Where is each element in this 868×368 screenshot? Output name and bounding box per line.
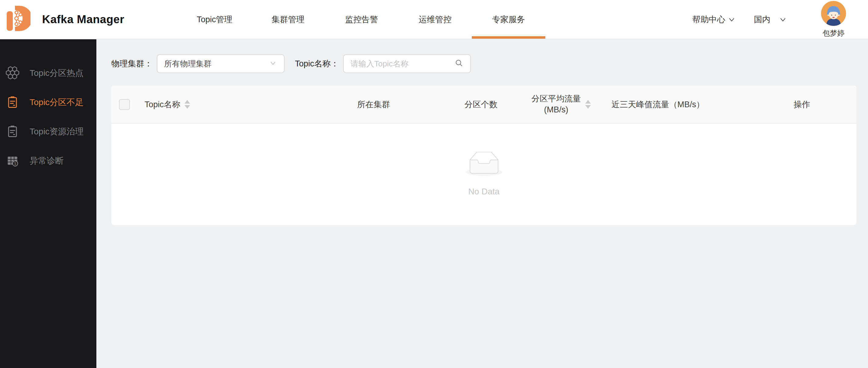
- column-header-actions: 操作: [747, 86, 857, 123]
- chevron-down-icon: [269, 59, 277, 69]
- clipboard-list-icon: [5, 125, 20, 139]
- region-dropdown[interactable]: 国内: [754, 14, 787, 25]
- nav-item-ops-control[interactable]: 运维管控: [398, 0, 472, 39]
- search-icon[interactable]: [455, 59, 464, 69]
- help-center-dropdown[interactable]: 帮助中心: [692, 14, 736, 25]
- sort-icon[interactable]: [185, 100, 190, 109]
- help-center-label: 帮助中心: [692, 14, 725, 25]
- sidebar-item-topic-partition-hotspot[interactable]: Topic分区热点: [0, 59, 96, 88]
- column-label: 所在集群: [357, 99, 390, 110]
- sidebar-item-label: Topic资源治理: [30, 126, 84, 137]
- physical-cluster-label: 物理集群：: [111, 58, 153, 69]
- svg-text:$: $: [14, 162, 16, 166]
- physical-cluster-select[interactable]: 所有物理集群: [157, 54, 284, 73]
- billing-grid-icon: $: [5, 154, 20, 168]
- table-header-checkbox-cell: [111, 86, 137, 123]
- topic-name-label: Topic名称：: [295, 58, 339, 69]
- nav-item-topic-manage[interactable]: Topic管理: [178, 0, 251, 39]
- topic-name-input[interactable]: [350, 59, 455, 69]
- sidebar-item-label: Topic分区热点: [30, 67, 84, 79]
- brand: Kafka Manager: [6, 0, 124, 39]
- topic-table-card: Topic名称 所在集群 分区个数 分区平均流量 (MB/s): [111, 86, 857, 225]
- topic-name-search: [343, 54, 471, 73]
- sort-icon[interactable]: [585, 100, 591, 109]
- column-header-avg-traffic[interactable]: 分区平均流量 (MB/s): [520, 86, 602, 123]
- column-header-partition-count: 分区个数: [442, 86, 520, 123]
- avatar: [821, 1, 846, 27]
- nav-item-expert-service[interactable]: 专家服务: [472, 0, 545, 39]
- top-bar: Kafka Manager Topic管理 集群管理 监控告警 运维管控 专家服…: [0, 0, 868, 39]
- top-bar-right: 帮助中心 国内: [692, 0, 868, 39]
- select-all-checkbox[interactable]: [119, 99, 130, 110]
- table-empty-state: No Data: [111, 124, 857, 225]
- user-name: 包梦婷: [823, 28, 844, 38]
- filter-bar: 物理集群： 所有物理集群 Topic名称：: [111, 54, 857, 73]
- hexagon-cluster-icon: [5, 66, 20, 80]
- empty-box-icon: [465, 152, 503, 178]
- sidebar-item-label: Topic分区不足: [30, 97, 84, 108]
- sidebar-item-topic-partition-insufficient[interactable]: Topic分区不足: [0, 88, 96, 117]
- chevron-down-icon: [727, 15, 736, 24]
- sidebar-item-anomaly-diagnosis[interactable]: $ 异常诊断: [0, 146, 96, 175]
- empty-text: No Data: [468, 187, 500, 197]
- column-header-peak-traffic: 近三天峰值流量（MB/s）: [602, 86, 747, 123]
- column-label: 分区平均流量 (MB/s): [532, 94, 581, 115]
- column-label: 分区个数: [465, 99, 497, 110]
- column-header-cluster: 所在集群: [305, 86, 442, 123]
- column-label: 操作: [794, 99, 810, 110]
- table-header-row: Topic名称 所在集群 分区个数 分区平均流量 (MB/s): [111, 86, 857, 124]
- column-label: 近三天峰值流量（MB/s）: [612, 99, 705, 110]
- sidebar-item-label: 异常诊断: [30, 155, 64, 167]
- chevron-down-icon: [778, 15, 787, 24]
- main-nav: Topic管理 集群管理 监控告警 运维管控 专家服务: [178, 0, 545, 39]
- user-menu[interactable]: 包梦婷: [814, 1, 853, 38]
- region-label: 国内: [754, 14, 770, 25]
- kafka-manager-logo-icon: [6, 5, 31, 34]
- column-label: Topic名称: [145, 99, 180, 110]
- main-content: 物理集群： 所有物理集群 Topic名称：: [96, 39, 868, 368]
- nav-item-cluster-manage[interactable]: 集群管理: [251, 0, 325, 39]
- column-header-topic-name[interactable]: Topic名称: [137, 86, 305, 123]
- clipboard-list-icon: [5, 95, 20, 109]
- physical-cluster-select-value: 所有物理集群: [164, 59, 269, 69]
- app-title: Kafka Manager: [42, 13, 124, 26]
- nav-item-monitor-alert[interactable]: 监控告警: [325, 0, 398, 39]
- sidebar: Topic分区热点 Topic分区不足 Topic资源治理: [0, 39, 96, 368]
- sidebar-item-topic-resource-governance[interactable]: Topic资源治理: [0, 117, 96, 146]
